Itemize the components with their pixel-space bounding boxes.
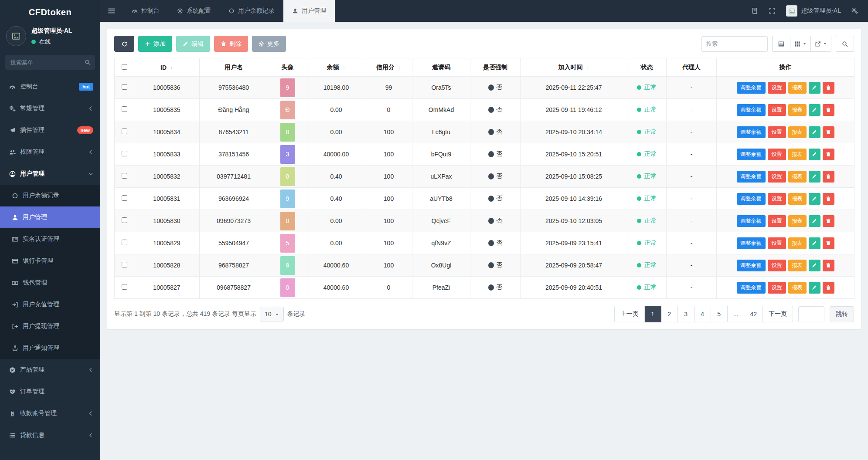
refresh-button[interactable]: [114, 36, 134, 52]
settings-button[interactable]: 设置: [768, 171, 786, 183]
search-submit-button[interactable]: [836, 36, 854, 52]
row-checkbox[interactable]: [122, 151, 127, 156]
edit-row-button[interactable]: [809, 126, 820, 138]
sort-icon[interactable]: [398, 66, 401, 69]
sort-icon[interactable]: [586, 66, 589, 69]
row-checkbox[interactable]: [122, 262, 127, 267]
select-all-checkbox[interactable]: [122, 64, 127, 70]
report-button[interactable]: 报表: [788, 193, 807, 205]
sidebar-item-sign-out[interactable]: 用户提现管理: [0, 315, 100, 337]
settings-button[interactable]: 设置: [768, 193, 786, 205]
tab-user[interactable]: 用户管理: [283, 0, 335, 22]
row-checkbox[interactable]: [122, 217, 127, 223]
edit-row-button[interactable]: [809, 82, 820, 94]
delete-row-button[interactable]: [823, 149, 834, 160]
sidebar-item-rocket[interactable]: 插件管理new: [0, 119, 100, 141]
sidebar-item-sign-in[interactable]: 用户充值管理: [0, 294, 100, 315]
report-button[interactable]: 报表: [788, 171, 807, 183]
adjust-balance-button[interactable]: 调整余额: [737, 82, 766, 94]
adjust-balance-button[interactable]: 调整余额: [737, 126, 766, 138]
more-button[interactable]: 更多: [252, 36, 286, 52]
docs-icon[interactable]: [751, 7, 758, 14]
row-checkbox[interactable]: [122, 129, 127, 134]
adjust-balance-button[interactable]: 调整余额: [737, 282, 766, 294]
adjust-balance-button[interactable]: 调整余额: [737, 104, 766, 116]
delete-row-button[interactable]: [823, 126, 834, 138]
settings-cogs-icon[interactable]: [851, 7, 858, 14]
hamburger-menu-icon[interactable]: [100, 0, 123, 22]
page-button[interactable]: 3: [678, 306, 694, 322]
delete-row-button[interactable]: [823, 215, 834, 227]
add-button[interactable]: 添加: [138, 36, 172, 52]
sort-icon[interactable]: [170, 66, 173, 70]
tab-dashboard[interactable]: 控制台: [123, 0, 168, 22]
delete-row-button[interactable]: [823, 171, 834, 183]
toggle-view-button[interactable]: [772, 36, 790, 52]
edit-row-button[interactable]: [809, 282, 820, 294]
sidebar-item-credit-card[interactable]: 银行卡管理: [0, 250, 100, 272]
page-button[interactable]: ...: [728, 306, 745, 322]
settings-button[interactable]: 设置: [768, 149, 786, 160]
delete-row-button[interactable]: [823, 260, 834, 271]
adjust-balance-button[interactable]: 调整余额: [737, 193, 766, 205]
settings-button[interactable]: 设置: [768, 215, 786, 227]
edit-row-button[interactable]: [809, 193, 820, 205]
report-button[interactable]: 报表: [788, 260, 807, 271]
export-button[interactable]: [811, 36, 831, 52]
fullscreen-icon[interactable]: [769, 7, 776, 14]
edit-row-button[interactable]: [809, 149, 820, 160]
sidebar-item-heartbeat[interactable]: 订单管理: [0, 381, 100, 402]
profile-avatar[interactable]: [6, 26, 26, 46]
jump-page-input[interactable]: [798, 306, 824, 322]
sidebar-item-money[interactable]: 钱包管理: [0, 272, 100, 294]
report-button[interactable]: 报表: [788, 126, 807, 138]
columns-button[interactable]: [790, 36, 811, 52]
delete-row-button[interactable]: [823, 237, 834, 249]
delete-row-button[interactable]: [823, 193, 834, 205]
page-button[interactable]: 1: [645, 306, 661, 322]
adjust-balance-button[interactable]: 调整余额: [737, 237, 766, 249]
page-button[interactable]: 2: [661, 306, 678, 322]
row-checkbox[interactable]: [122, 173, 127, 179]
settings-button[interactable]: 设置: [768, 104, 786, 116]
page-size-select[interactable]: 10: [260, 307, 284, 321]
sidebar-item-circle[interactable]: 用户余额记录: [0, 185, 100, 206]
table-search-input[interactable]: [701, 36, 768, 52]
edit-button[interactable]: 编辑: [176, 36, 210, 52]
adjust-balance-button[interactable]: 调整余额: [737, 260, 766, 271]
edit-row-button[interactable]: [809, 104, 820, 116]
page-button[interactable]: 4: [694, 306, 711, 322]
adjust-balance-button[interactable]: 调整余额: [737, 149, 766, 160]
row-checkbox[interactable]: [122, 284, 127, 290]
delete-button[interactable]: 删除: [214, 36, 248, 52]
sidebar-item-id-card[interactable]: 实名认证管理: [0, 228, 100, 250]
settings-button[interactable]: 设置: [768, 82, 786, 94]
menu-search-input[interactable]: [5, 55, 95, 70]
tab-circle[interactable]: 用户余额记录: [220, 0, 283, 22]
jump-button[interactable]: 跳转: [830, 306, 854, 322]
sidebar-item-user[interactable]: 用户管理: [0, 206, 100, 228]
adjust-balance-button[interactable]: 调整余额: [737, 171, 766, 183]
user-menu[interactable]: 超级管理员-AL: [786, 5, 841, 17]
delete-row-button[interactable]: [823, 104, 834, 116]
sort-icon[interactable]: [342, 66, 346, 69]
page-button[interactable]: 5: [711, 306, 728, 322]
sidebar-item-list[interactable]: 贷款信息: [0, 424, 100, 446]
edit-row-button[interactable]: [809, 237, 820, 249]
adjust-balance-button[interactable]: 调整余额: [737, 215, 766, 227]
sidebar-item-product[interactable]: P产品管理: [0, 359, 100, 381]
sidebar-item-anchor[interactable]: 用户通知管理: [0, 337, 100, 359]
report-button[interactable]: 报表: [788, 82, 807, 94]
page-button[interactable]: 下一页: [763, 306, 793, 322]
report-button[interactable]: 报表: [788, 215, 807, 227]
settings-button[interactable]: 设置: [768, 126, 786, 138]
edit-row-button[interactable]: [809, 260, 820, 271]
row-checkbox[interactable]: [122, 84, 127, 90]
sidebar-item-bitcoin[interactable]: B收款账号管理: [0, 402, 100, 424]
settings-button[interactable]: 设置: [768, 237, 786, 249]
delete-row-button[interactable]: [823, 82, 834, 94]
row-checkbox[interactable]: [122, 106, 127, 112]
sidebar-item-users[interactable]: 权限管理: [0, 141, 100, 163]
report-button[interactable]: 报表: [788, 149, 807, 160]
page-button[interactable]: 上一页: [614, 306, 645, 322]
